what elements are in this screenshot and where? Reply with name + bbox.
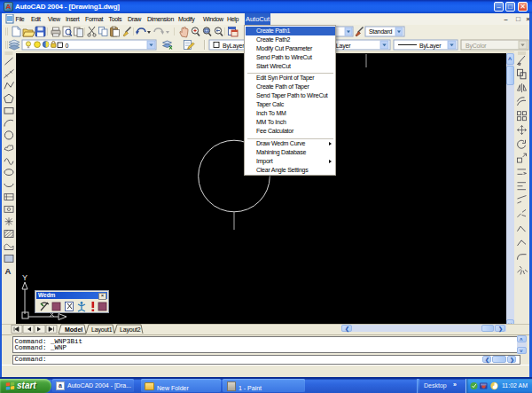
svg-text:Y: Y bbox=[22, 273, 27, 282]
svg-text:Standard: Standard bbox=[369, 28, 392, 35]
svg-text:Layout1: Layout1 bbox=[91, 326, 113, 334]
svg-text:A: A bbox=[5, 266, 12, 276]
svg-text:ByColor: ByColor bbox=[466, 43, 487, 50]
svg-text:ByLayer: ByLayer bbox=[223, 43, 245, 50]
svg-text:0: 0 bbox=[66, 43, 69, 49]
svg-text:ByLayer: ByLayer bbox=[419, 43, 442, 50]
svg-text:Layout2: Layout2 bbox=[120, 326, 141, 334]
svg-text:Model: Model bbox=[65, 326, 82, 333]
